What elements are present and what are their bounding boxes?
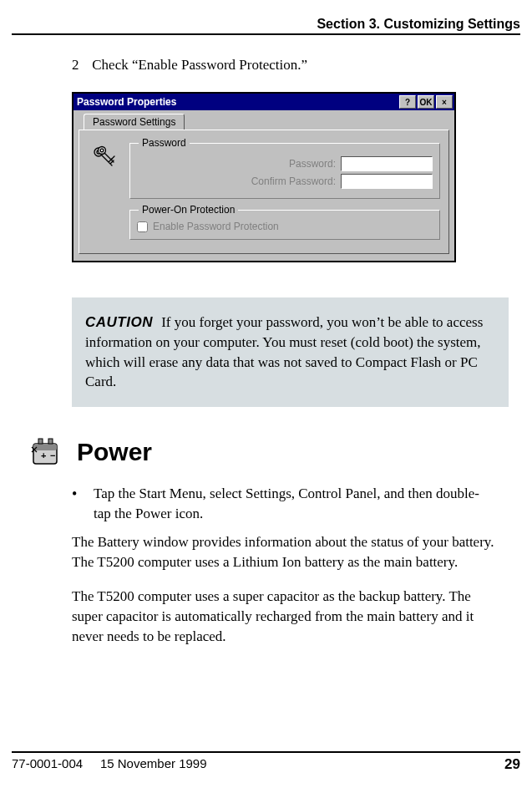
keys-icon — [90, 144, 119, 172]
poweron-group: Power-On Protection Enable Password Prot… — [129, 204, 440, 240]
caution-label: CAUTION — [85, 314, 153, 330]
power-para-1: The Battery window provides information … — [72, 532, 495, 572]
page-footer: 77-0001-004 15 November 1999 29 — [12, 751, 520, 773]
step-text: Check “Enable Password Protection.” — [92, 57, 307, 73]
power-para-2: The T5200 computer uses a super capacito… — [72, 587, 495, 646]
password-label: Password: — [289, 158, 336, 170]
confirm-password-input[interactable] — [341, 174, 433, 189]
header-section-title: Section 3. Customizing Settings — [12, 17, 520, 35]
password-input[interactable] — [341, 156, 433, 171]
svg-text:−: − — [50, 450, 55, 460]
confirm-password-label: Confirm Password: — [251, 175, 336, 187]
svg-text:+: + — [41, 450, 46, 460]
svg-rect-6 — [38, 439, 43, 444]
tab-password-settings[interactable]: Password Settings — [84, 114, 185, 130]
password-group: Password Password: Confirm Password: — [129, 137, 440, 199]
password-properties-dialog: Password Properties ? OK × Password Sett… — [72, 92, 456, 262]
doc-number: 77-0001-004 — [12, 756, 83, 770]
tab-panel: Password Password: Confirm Password: Pow… — [79, 130, 449, 254]
page-number: 29 — [504, 756, 520, 773]
svg-rect-5 — [33, 444, 57, 450]
svg-rect-7 — [48, 439, 53, 444]
doc-date: 15 November 1999 — [100, 756, 207, 770]
help-button[interactable]: ? — [399, 95, 416, 109]
enable-password-label: Enable Password Protection — [153, 221, 279, 232]
enable-password-checkbox[interactable] — [137, 221, 148, 232]
step-number: 2 — [72, 57, 89, 74]
poweron-group-legend: Power-On Protection — [139, 204, 238, 216]
ok-button[interactable]: OK — [418, 95, 434, 109]
svg-point-3 — [100, 149, 104, 152]
close-button[interactable]: × — [436, 95, 453, 109]
power-heading: Power — [77, 438, 152, 466]
password-group-legend: Password — [139, 137, 190, 149]
power-bullet: Tap the Start Menu, select Settings, Con… — [72, 484, 495, 524]
dialog-titlebar: Password Properties ? OK × — [73, 94, 454, 110]
caution-box: CAUTION If you forget your password, you… — [72, 297, 509, 407]
step-2: 2 Check “Enable Password Protection.” — [72, 57, 495, 74]
dialog-title: Password Properties — [77, 96, 176, 108]
battery-icon: + − — [28, 435, 63, 469]
